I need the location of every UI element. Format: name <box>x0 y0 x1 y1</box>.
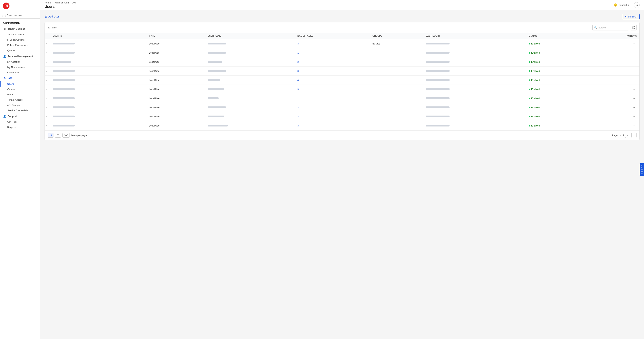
row-expand-btn[interactable]: › <box>45 76 50 85</box>
prev-page-button[interactable]: ‹ <box>625 133 630 138</box>
row-actions-button[interactable]: ··· <box>630 69 637 73</box>
sidebar-item-requests[interactable]: Requests <box>0 124 40 130</box>
user-id-bar <box>53 52 74 53</box>
sidebar-item-users[interactable]: Users <box>0 81 40 87</box>
row-expand-btn[interactable]: › <box>45 85 50 94</box>
api-groups-label: API Groups <box>7 104 20 106</box>
row-actions-button[interactable]: ··· <box>630 50 637 55</box>
row-expand-btn[interactable]: › <box>45 39 50 48</box>
namespaces-cell[interactable]: 1 <box>295 48 370 57</box>
status-label: Enabled <box>531 106 540 109</box>
namespaces-cell[interactable]: 3 <box>295 85 370 94</box>
row-expand-btn[interactable]: › <box>45 112 50 121</box>
username-bar <box>208 106 226 108</box>
status-cell: Enabled <box>526 76 584 85</box>
sidebar-item-credentials[interactable]: Credentials <box>0 70 40 75</box>
status-dot <box>529 89 530 90</box>
user-id-cell <box>50 57 146 66</box>
namespaces-cell[interactable]: 3 <box>295 121 370 130</box>
namespace-link[interactable]: 1 <box>297 97 299 100</box>
last-login-cell <box>423 94 526 103</box>
user-avatar-button[interactable] <box>634 2 640 8</box>
row-actions-button[interactable]: ··· <box>630 87 637 91</box>
sidebar-group-iam[interactable]: ⊙ IAM <box>0 75 40 81</box>
sidebar-item-api-groups[interactable]: API Groups <box>0 102 40 108</box>
row-actions-button[interactable]: ··· <box>630 123 637 128</box>
sidebar-item-tenant-overview[interactable]: Tenant Overview <box>0 32 40 37</box>
sidebar-item-my-account[interactable]: My Account <box>0 59 40 64</box>
groups-cell <box>370 112 423 121</box>
namespace-link[interactable]: 4 <box>297 79 299 81</box>
row-expand-btn[interactable]: › <box>45 48 50 57</box>
namespaces-cell[interactable]: 2 <box>295 112 370 121</box>
status-enabled: Enabled <box>529 106 582 109</box>
sidebar-group-personal-management[interactable]: 👤 Personal Management <box>0 53 40 59</box>
per-page-10[interactable]: 10 <box>48 133 54 138</box>
sidebar-item-login-options[interactable]: Login Options <box>0 37 40 42</box>
breadcrumb-home[interactable]: Home <box>44 1 51 4</box>
logo-area: F5 <box>0 0 40 12</box>
row-actions-button[interactable]: ··· <box>630 78 637 82</box>
groups-cell <box>370 66 423 76</box>
actions-cell: ··· <box>584 39 640 48</box>
namespaces-cell[interactable]: 4 <box>295 76 370 85</box>
namespaces-cell[interactable]: 2 <box>295 57 370 66</box>
pagination: Page 1 of 7 ‹ › <box>612 133 637 138</box>
row-expand-btn[interactable]: › <box>45 103 50 112</box>
namespaces-cell[interactable]: 3 <box>295 103 370 112</box>
help-widget[interactable]: ? Help <box>640 163 644 176</box>
row-actions-button[interactable]: ··· <box>630 105 637 110</box>
namespace-link[interactable]: 3 <box>297 42 299 45</box>
sidebar: F5 Select service ▾ Administration ⊞ Ten… <box>0 0 40 339</box>
namespace-link[interactable]: 3 <box>297 88 299 91</box>
sidebar-item-groups[interactable]: Groups <box>0 87 40 92</box>
username-bar <box>208 43 226 44</box>
row-expand-btn[interactable]: › <box>45 66 50 76</box>
username-cell <box>205 48 295 57</box>
sidebar-item-quotas[interactable]: Quotas <box>0 48 40 53</box>
breadcrumb-administration[interactable]: Administration <box>54 1 69 4</box>
breadcrumb-iam[interactable]: IAM <box>72 1 76 4</box>
namespaces-cell[interactable]: 3 <box>295 66 370 76</box>
content-area: ⊕ Add User ↻ Refresh 67 items 🔍 <box>40 10 644 339</box>
groups-cell <box>370 48 423 57</box>
namespaces-cell[interactable]: 1 <box>295 94 370 103</box>
per-page-100[interactable]: 100 <box>62 133 70 138</box>
row-expand-btn[interactable]: › <box>45 121 50 130</box>
next-page-button[interactable]: › <box>632 133 636 138</box>
namespace-link[interactable]: 3 <box>297 124 299 127</box>
namespaces-cell[interactable]: 3 <box>295 39 370 48</box>
refresh-button[interactable]: ↻ Refresh <box>623 14 640 19</box>
per-page-50[interactable]: 50 <box>55 133 61 138</box>
sidebar-item-public-ip-addresses[interactable]: Public IP Addresses <box>0 42 40 48</box>
support-button[interactable]: 🙂 Support ▾ <box>612 2 631 8</box>
row-expand-btn[interactable]: › <box>45 57 50 66</box>
row-actions-button[interactable]: ··· <box>630 60 637 64</box>
sidebar-item-roles[interactable]: Roles <box>0 92 40 97</box>
table-settings-button[interactable] <box>631 24 636 30</box>
sidebar-group-tenant-settings[interactable]: ⊞ Tenant Settings <box>0 26 40 32</box>
col-expand <box>45 33 50 39</box>
sidebar-item-get-help[interactable]: Get Help <box>0 119 40 124</box>
namespace-link[interactable]: 1 <box>297 51 299 54</box>
add-user-button[interactable]: ⊕ Add User <box>44 14 59 19</box>
row-actions-button[interactable]: ··· <box>630 41 637 46</box>
groups-cell <box>370 57 423 66</box>
status-enabled: Enabled <box>529 70 582 72</box>
sidebar-group-support[interactable]: 👤 Support <box>0 113 40 119</box>
namespace-link[interactable]: 2 <box>297 60 299 63</box>
sidebar-item-tenant-access[interactable]: Tenant Access <box>0 97 40 102</box>
search-input[interactable] <box>592 25 629 30</box>
row-actions-button[interactable]: ··· <box>630 96 637 101</box>
namespace-link[interactable]: 3 <box>297 70 299 72</box>
namespace-link[interactable]: 2 <box>297 115 299 118</box>
add-user-label: Add User <box>48 15 59 18</box>
sidebar-item-my-namespaces[interactable]: My Namespaces <box>0 64 40 70</box>
namespace-link[interactable]: 3 <box>297 106 299 109</box>
sidebar-item-service-credentials[interactable]: Service Credentials <box>0 108 40 113</box>
status-label: Enabled <box>531 70 540 72</box>
service-selector[interactable]: Select service ▾ <box>0 12 40 18</box>
type-cell: Local User <box>146 76 205 85</box>
row-actions-button[interactable]: ··· <box>630 114 637 119</box>
row-expand-btn[interactable]: › <box>45 94 50 103</box>
